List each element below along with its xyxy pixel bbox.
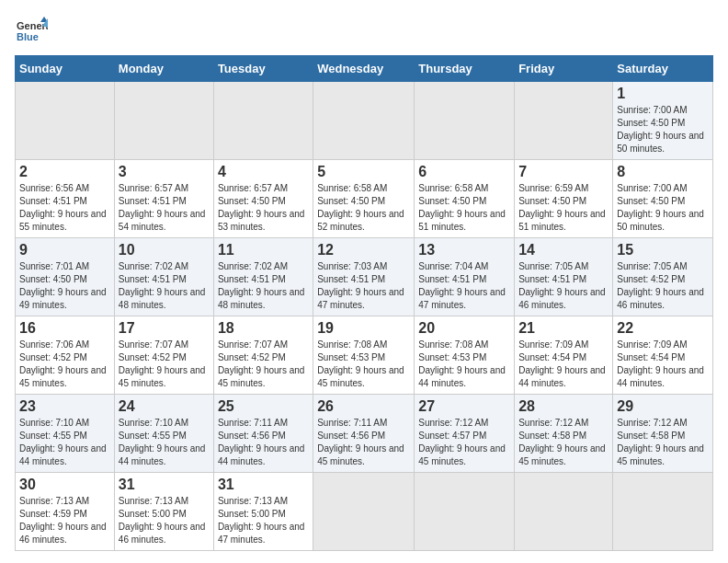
days-header-row: SundayMondayTuesdayWednesdayThursdayFrid…: [16, 56, 713, 82]
day-info: Sunrise: 7:13 AMSunset: 4:59 PMDaylight:…: [19, 496, 107, 545]
calendar-cell: 20Sunrise: 7:08 AMSunset: 4:53 PMDayligh…: [415, 316, 515, 395]
calendar-cell: [313, 473, 415, 551]
calendar-cell: 6Sunrise: 6:58 AMSunset: 4:50 PMDaylight…: [415, 160, 515, 238]
day-number: 17: [119, 320, 210, 337]
calendar-cell: 4Sunrise: 6:57 AMSunset: 4:50 PMDaylight…: [213, 160, 313, 238]
week-row-4: 16Sunrise: 7:06 AMSunset: 4:52 PMDayligh…: [16, 316, 713, 395]
day-info: Sunrise: 7:13 AMSunset: 5:00 PMDaylight:…: [119, 496, 206, 545]
day-number: 24: [119, 398, 210, 415]
day-info: Sunrise: 7:11 AMSunset: 4:56 PMDaylight:…: [218, 418, 305, 466]
day-number: 13: [418, 242, 510, 259]
calendar-cell: 31Sunrise: 7:13 AMSunset: 5:00 PMDayligh…: [213, 473, 313, 551]
day-number: 21: [518, 320, 609, 337]
day-info: Sunrise: 7:12 AMSunset: 4:57 PMDaylight:…: [418, 418, 506, 466]
calendar-cell: [213, 82, 313, 160]
day-info: Sunrise: 6:58 AMSunset: 4:50 PMDaylight:…: [317, 183, 404, 232]
day-number: 6: [418, 164, 510, 180]
day-number: 12: [317, 242, 410, 259]
svg-text:Blue: Blue: [17, 31, 39, 42]
calendar-cell: 3Sunrise: 6:57 AMSunset: 4:51 PMDaylight…: [114, 160, 213, 238]
calendar-cell: 19Sunrise: 7:08 AMSunset: 4:53 PMDayligh…: [313, 316, 415, 395]
week-row-5: 23Sunrise: 7:10 AMSunset: 4:55 PMDayligh…: [16, 395, 713, 473]
day-info: Sunrise: 7:06 AMSunset: 4:52 PMDaylight:…: [19, 339, 107, 388]
calendar-cell: 9Sunrise: 7:01 AMSunset: 4:50 PMDaylight…: [16, 238, 115, 316]
day-number: 27: [418, 398, 510, 415]
day-number: 22: [617, 320, 709, 337]
calendar-cell: 7Sunrise: 6:59 AMSunset: 4:50 PMDaylight…: [515, 160, 613, 238]
day-info: Sunrise: 7:10 AMSunset: 4:55 PMDaylight:…: [19, 418, 107, 466]
day-number: 30: [19, 477, 110, 493]
calendar-cell: 30Sunrise: 7:13 AMSunset: 4:59 PMDayligh…: [16, 473, 115, 551]
day-info: Sunrise: 6:57 AMSunset: 4:51 PMDaylight:…: [119, 183, 206, 232]
day-info: Sunrise: 6:57 AMSunset: 4:50 PMDaylight:…: [218, 183, 305, 232]
calendar-cell: 24Sunrise: 7:10 AMSunset: 4:55 PMDayligh…: [114, 395, 213, 473]
day-info: Sunrise: 7:01 AMSunset: 4:50 PMDaylight:…: [19, 261, 107, 310]
day-info: Sunrise: 7:00 AMSunset: 4:50 PMDaylight:…: [617, 105, 704, 154]
calendar-cell: 18Sunrise: 7:07 AMSunset: 4:52 PMDayligh…: [213, 316, 313, 395]
calendar-cell: [515, 473, 613, 551]
calendar-cell: 28Sunrise: 7:12 AMSunset: 4:58 PMDayligh…: [515, 395, 613, 473]
calendar-cell: [415, 473, 515, 551]
day-number: 18: [218, 320, 309, 337]
calendar-cell: [515, 82, 613, 160]
day-header-saturday: Saturday: [613, 56, 713, 82]
day-info: Sunrise: 7:00 AMSunset: 4:50 PMDaylight:…: [617, 183, 704, 232]
day-number: 15: [617, 242, 709, 259]
day-header-sunday: Sunday: [16, 56, 115, 82]
day-info: Sunrise: 7:04 AMSunset: 4:51 PMDaylight:…: [418, 261, 506, 310]
day-info: Sunrise: 7:08 AMSunset: 4:53 PMDaylight:…: [418, 339, 506, 388]
day-number: 5: [317, 164, 410, 180]
day-header-monday: Monday: [114, 56, 213, 82]
day-info: Sunrise: 7:02 AMSunset: 4:51 PMDaylight:…: [119, 261, 206, 310]
calendar-cell: 13Sunrise: 7:04 AMSunset: 4:51 PMDayligh…: [415, 238, 515, 316]
calendar-cell: 31Sunrise: 7:13 AMSunset: 5:00 PMDayligh…: [114, 473, 213, 551]
day-number: 31: [218, 477, 309, 493]
week-row-3: 9Sunrise: 7:01 AMSunset: 4:50 PMDaylight…: [16, 238, 713, 316]
logo: General Blue: [15, 15, 51, 48]
calendar-cell: 16Sunrise: 7:06 AMSunset: 4:52 PMDayligh…: [16, 316, 115, 395]
calendar-cell: 22Sunrise: 7:09 AMSunset: 4:54 PMDayligh…: [613, 316, 713, 395]
day-info: Sunrise: 7:09 AMSunset: 4:54 PMDaylight:…: [617, 339, 704, 388]
day-number: 4: [218, 164, 309, 180]
day-number: 16: [19, 320, 110, 337]
day-number: 20: [418, 320, 510, 337]
day-info: Sunrise: 7:08 AMSunset: 4:53 PMDaylight:…: [317, 339, 404, 388]
day-number: 31: [119, 477, 210, 493]
day-info: Sunrise: 6:58 AMSunset: 4:50 PMDaylight:…: [418, 183, 506, 232]
day-number: 2: [19, 164, 110, 180]
week-row-6: 30Sunrise: 7:13 AMSunset: 4:59 PMDayligh…: [16, 473, 713, 551]
day-info: Sunrise: 7:05 AMSunset: 4:51 PMDaylight:…: [518, 261, 606, 310]
calendar-cell: 8Sunrise: 7:00 AMSunset: 4:50 PMDaylight…: [613, 160, 713, 238]
calendar-cell: [114, 82, 213, 160]
day-info: Sunrise: 7:07 AMSunset: 4:52 PMDaylight:…: [218, 339, 305, 388]
calendar-cell: 15Sunrise: 7:05 AMSunset: 4:52 PMDayligh…: [613, 238, 713, 316]
day-number: 8: [617, 164, 709, 180]
day-number: 1: [617, 86, 709, 102]
day-info: Sunrise: 7:02 AMSunset: 4:51 PMDaylight:…: [218, 261, 305, 310]
calendar-cell: [415, 82, 515, 160]
day-info: Sunrise: 7:09 AMSunset: 4:54 PMDaylight:…: [518, 339, 606, 388]
calendar-cell: 26Sunrise: 7:11 AMSunset: 4:56 PMDayligh…: [313, 395, 415, 473]
day-info: Sunrise: 7:12 AMSunset: 4:58 PMDaylight:…: [518, 418, 606, 466]
header: General Blue: [15, 15, 713, 48]
day-number: 7: [518, 164, 609, 180]
day-number: 25: [218, 398, 309, 415]
day-number: 11: [218, 242, 309, 259]
day-number: 19: [317, 320, 410, 337]
day-number: 3: [119, 164, 210, 180]
calendar-cell: 5Sunrise: 6:58 AMSunset: 4:50 PMDaylight…: [313, 160, 415, 238]
day-number: 14: [518, 242, 609, 259]
calendar-cell: 10Sunrise: 7:02 AMSunset: 4:51 PMDayligh…: [114, 238, 213, 316]
day-info: Sunrise: 7:05 AMSunset: 4:52 PMDaylight:…: [617, 261, 704, 310]
week-row-1: 1Sunrise: 7:00 AMSunset: 4:50 PMDaylight…: [16, 82, 713, 160]
day-number: 9: [19, 242, 110, 259]
day-number: 23: [19, 398, 110, 415]
calendar-cell: [16, 82, 115, 160]
day-info: Sunrise: 7:10 AMSunset: 4:55 PMDaylight:…: [119, 418, 206, 466]
calendar-cell: 23Sunrise: 7:10 AMSunset: 4:55 PMDayligh…: [16, 395, 115, 473]
calendar-cell: 29Sunrise: 7:12 AMSunset: 4:58 PMDayligh…: [613, 395, 713, 473]
day-info: Sunrise: 7:13 AMSunset: 5:00 PMDaylight:…: [218, 496, 305, 545]
day-info: Sunrise: 7:12 AMSunset: 4:58 PMDaylight:…: [617, 418, 704, 466]
day-info: Sunrise: 7:11 AMSunset: 4:56 PMDaylight:…: [317, 418, 404, 466]
day-info: Sunrise: 6:56 AMSunset: 4:51 PMDaylight:…: [19, 183, 107, 232]
